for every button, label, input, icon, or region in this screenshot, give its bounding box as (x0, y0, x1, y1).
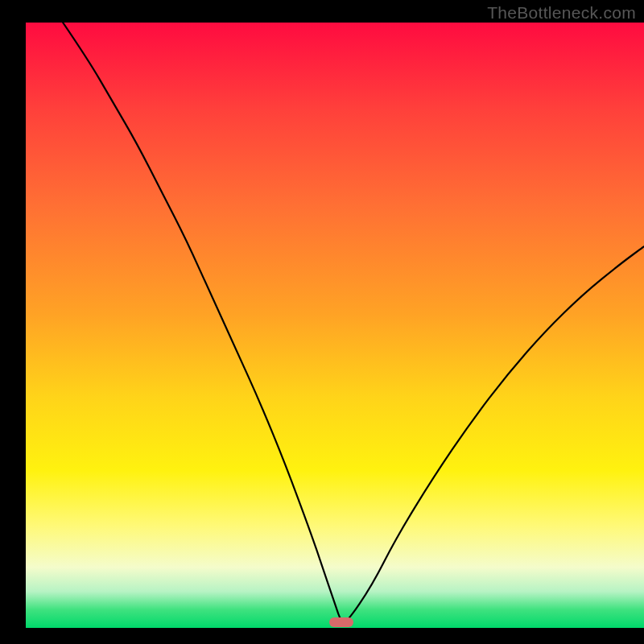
bottleneck-curve (26, 23, 644, 628)
curve-path (63, 23, 644, 622)
attribution-text: TheBottleneck.com (487, 3, 636, 23)
minimum-marker (329, 617, 353, 627)
chart-plot-area (26, 23, 644, 628)
